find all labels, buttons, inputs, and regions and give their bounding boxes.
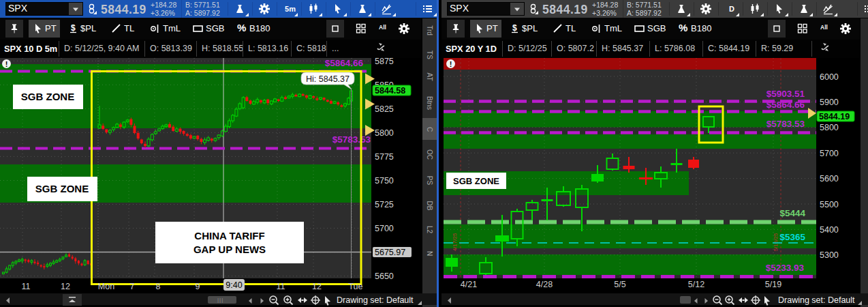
svg-text:$5783.53: $5783.53 xyxy=(332,134,371,145)
svg-text:SGB ZONE: SGB ZONE xyxy=(35,183,89,194)
svg-text:5/16/25: 5/16/25 xyxy=(773,233,779,251)
svg-text:9:40: 9:40 xyxy=(226,280,242,290)
svg-text:Hi: 5845.37: Hi: 5845.37 xyxy=(306,74,350,84)
svg-text:!: ! xyxy=(450,60,452,68)
svg-text:4/17/25: 4/17/25 xyxy=(452,233,458,251)
svg-text:11: 11 xyxy=(277,282,285,291)
svg-text:$5365: $5365 xyxy=(779,232,805,242)
svg-text:Tue: Tue xyxy=(348,282,362,291)
svg-text:4/28: 4/28 xyxy=(536,280,553,289)
svg-text:$5444: $5444 xyxy=(779,208,805,218)
svg-text:$: $ xyxy=(71,23,76,33)
svg-text:8: 8 xyxy=(156,282,161,291)
svg-text:5/12: 5/12 xyxy=(688,280,704,289)
svg-text:6000: 6000 xyxy=(820,72,839,82)
svg-text:5600: 5600 xyxy=(820,174,839,184)
svg-text:$: $ xyxy=(512,23,517,33)
svg-text:!: ! xyxy=(5,60,8,68)
svg-text:5875: 5875 xyxy=(375,58,394,66)
svg-text:5825: 5825 xyxy=(375,104,394,114)
svg-text:%: % xyxy=(679,23,687,33)
svg-text:5700: 5700 xyxy=(375,224,394,233)
svg-text:4/21: 4/21 xyxy=(461,280,477,289)
svg-text:CHINA TARIFF: CHINA TARIFF xyxy=(194,230,264,242)
svg-text:5675.97: 5675.97 xyxy=(375,248,405,257)
svg-text:12: 12 xyxy=(312,282,322,291)
svg-text:5500: 5500 xyxy=(820,200,839,209)
svg-text:5300: 5300 xyxy=(820,250,839,260)
svg-text:11: 11 xyxy=(22,282,31,291)
svg-text:%: % xyxy=(237,23,246,33)
svg-text:$5783.53: $5783.53 xyxy=(766,119,805,129)
svg-text:5844.58: 5844.58 xyxy=(375,86,405,96)
svg-text:5750: 5750 xyxy=(375,176,394,186)
svg-text:5725: 5725 xyxy=(375,200,394,209)
svg-text:SGB ZONE: SGB ZONE xyxy=(21,91,74,102)
svg-text:5/5: 5/5 xyxy=(614,280,625,289)
svg-text:5/19: 5/19 xyxy=(765,280,781,289)
svg-text:5844.19: 5844.19 xyxy=(819,112,850,121)
svg-text:7: 7 xyxy=(130,282,135,291)
svg-text:$5864.66: $5864.66 xyxy=(325,58,364,68)
svg-text:5900: 5900 xyxy=(820,98,839,107)
svg-text:5800: 5800 xyxy=(820,123,839,132)
svg-text:5775: 5775 xyxy=(375,152,394,162)
svg-text:Mon: Mon xyxy=(98,282,114,291)
svg-text:5700: 5700 xyxy=(820,149,839,158)
svg-text:5400: 5400 xyxy=(820,225,839,235)
svg-text:SGB ZONE: SGB ZONE xyxy=(453,176,499,186)
svg-text:GAP UP NEWS: GAP UP NEWS xyxy=(193,244,266,255)
svg-text:5800: 5800 xyxy=(375,128,394,138)
svg-text:$5903.51: $5903.51 xyxy=(766,89,805,99)
svg-text:$5233.93: $5233.93 xyxy=(766,263,805,273)
svg-text:9: 9 xyxy=(196,282,200,291)
svg-text:12: 12 xyxy=(61,282,70,291)
svg-text:5650: 5650 xyxy=(375,272,394,281)
